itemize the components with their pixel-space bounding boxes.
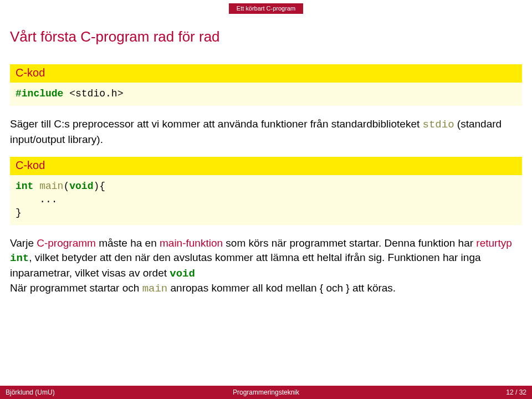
text: som körs när programmet startar. Denna f… <box>223 237 476 249</box>
highlight-returtyp: returtyp <box>476 237 511 249</box>
footer-page: 12 / 32 <box>353 388 526 396</box>
code-block-1: C-kod #include <stdio.h> <box>10 64 522 106</box>
code-punct: ){ <box>93 181 105 192</box>
paragraph-2: Varje C-programm måste ha en main-funkti… <box>10 236 522 296</box>
code-space <box>33 181 39 192</box>
code-dots: ... <box>39 194 57 205</box>
code-block-2-body: int main(void){ ... } <box>10 175 522 226</box>
inline-kw-int: int <box>10 252 29 264</box>
highlight-cprogram: C-programm <box>37 237 96 249</box>
code-fn-main: main <box>39 181 63 192</box>
code-text: <stdio.h> <box>69 88 123 99</box>
text: Säger till C:s preprocessor att vi komme… <box>10 118 423 130</box>
text: , vilket betyder att den när den avsluta… <box>10 252 481 279</box>
text: När programmet startar och <box>10 282 142 294</box>
code-punct: ( <box>63 181 69 192</box>
highlight-mainfn: main-funktion <box>160 237 223 249</box>
slide-root: Ett körbart C-program Vårt första C-prog… <box>0 0 532 399</box>
text: Varje <box>10 237 37 249</box>
text: anropas kommer all kod mellan { och } at… <box>167 282 396 294</box>
footer-author: Björklund (UmU) <box>6 388 179 396</box>
footer-course: Programmeringsteknik <box>179 388 352 396</box>
code-block-1-head: C-kod <box>10 64 522 83</box>
code-keyword-void: void <box>69 181 93 192</box>
code-block-1-body: #include <stdio.h> <box>10 83 522 106</box>
code-block-2: C-kod int main(void){ ... } <box>10 157 522 226</box>
slide-footer: Björklund (UmU) Programmeringsteknik 12 … <box>0 386 532 399</box>
code-keyword-include: #include <box>16 88 69 99</box>
text: måste ha en <box>96 237 160 249</box>
top-breadcrumb-bar: Ett körbart C-program <box>10 0 522 14</box>
code-rbrace: } <box>16 207 22 218</box>
code-block-2-head: C-kod <box>10 157 522 175</box>
page-title: Vårt första C-program rad för rad <box>10 28 522 45</box>
breadcrumb: Ett körbart C-program <box>229 3 303 14</box>
code-keyword-int: int <box>16 181 33 192</box>
inline-kw-void: void <box>170 268 195 280</box>
paragraph-1: Säger till C:s preprocessor att vi komme… <box>10 117 522 146</box>
inline-code-stdio: stdio <box>423 119 454 131</box>
inline-code-main: main <box>142 283 168 295</box>
code-indent <box>16 194 39 205</box>
